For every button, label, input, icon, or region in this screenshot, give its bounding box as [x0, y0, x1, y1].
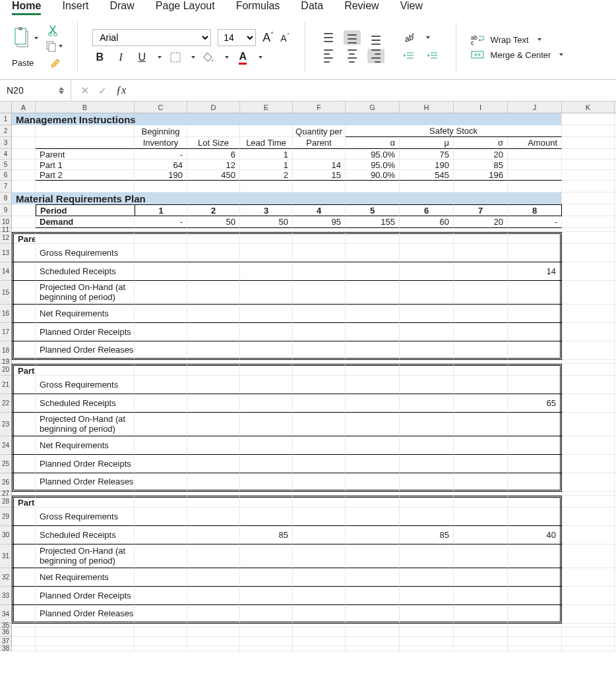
- cell-K8[interactable]: [562, 192, 615, 204]
- cell-F9[interactable]: 4: [293, 204, 346, 216]
- tab-review[interactable]: Review: [344, 0, 379, 13]
- col-header-H[interactable]: H: [400, 102, 454, 113]
- tab-page-layout[interactable]: Page Layout: [156, 0, 215, 13]
- row-header-38[interactable]: 38: [0, 646, 11, 651]
- cell-H16[interactable]: [400, 305, 454, 323]
- cell-B7[interactable]: [36, 181, 135, 192]
- cell-A29[interactable]: [12, 508, 36, 526]
- cell-E24[interactable]: [240, 436, 293, 455]
- cell-C7[interactable]: [135, 181, 187, 192]
- cell-E9[interactable]: 3: [240, 204, 293, 216]
- cell-K21[interactable]: [562, 376, 615, 394]
- cell-D22[interactable]: [187, 394, 240, 413]
- cell-J24[interactable]: [508, 436, 562, 455]
- cell-A25[interactable]: [12, 455, 36, 473]
- row-header-36[interactable]: 36: [0, 628, 11, 637]
- cell-C29[interactable]: [135, 508, 187, 526]
- cell-J26[interactable]: [508, 473, 562, 492]
- cell-I30[interactable]: [454, 526, 508, 544]
- cell-J21[interactable]: [508, 376, 562, 394]
- row-header-3[interactable]: 3: [0, 137, 11, 149]
- cell-E14[interactable]: [240, 262, 293, 281]
- cell-K32[interactable]: [562, 568, 615, 587]
- cell-K34[interactable]: [562, 605, 615, 624]
- cell-G9[interactable]: 5: [346, 204, 400, 216]
- cell-B14[interactable]: Scheduled Receipts: [36, 262, 135, 281]
- cell-F36[interactable]: [293, 628, 346, 637]
- cell-J30[interactable]: 40: [508, 526, 562, 544]
- row-header-23[interactable]: 23: [0, 413, 11, 436]
- cell-A6[interactable]: [12, 170, 36, 181]
- cell-D34[interactable]: [187, 605, 240, 624]
- cell-F5[interactable]: 14: [293, 160, 346, 170]
- cell-B29[interactable]: Gross Requirements: [36, 508, 135, 526]
- cell-J14[interactable]: 14: [508, 262, 562, 281]
- cell-C18[interactable]: [135, 341, 187, 360]
- cell-F37[interactable]: [293, 637, 346, 646]
- cell-K22[interactable]: [562, 394, 615, 413]
- cell-D31[interactable]: [187, 544, 240, 568]
- cell-H29[interactable]: [400, 508, 454, 526]
- cell-K37[interactable]: [562, 637, 615, 646]
- cell-J5[interactable]: [508, 160, 562, 170]
- cell-K1[interactable]: [562, 113, 615, 125]
- cell-C15[interactable]: [135, 281, 187, 305]
- cell-C4[interactable]: -: [135, 149, 187, 160]
- row-header-21[interactable]: 21: [0, 376, 11, 394]
- cell-D12[interactable]: [187, 232, 240, 244]
- cell-D21[interactable]: [187, 376, 240, 394]
- underline-button[interactable]: U: [135, 50, 149, 65]
- cell-H31[interactable]: [400, 544, 454, 568]
- tab-home[interactable]: Home: [12, 0, 41, 15]
- cell-I26[interactable]: [454, 473, 508, 492]
- cell-A34[interactable]: [12, 605, 36, 624]
- cell-B33[interactable]: Planned Order Receipts: [36, 587, 135, 605]
- cell-D20[interactable]: [187, 364, 240, 376]
- cell-E17[interactable]: [240, 323, 293, 341]
- cell-J4[interactable]: [508, 149, 562, 160]
- cell-B4[interactable]: Parent: [36, 149, 135, 160]
- cell-A12[interactable]: Parent: [12, 232, 36, 244]
- cell-C5[interactable]: 64: [135, 160, 187, 170]
- cell-K31[interactable]: [562, 544, 615, 568]
- cell-J22[interactable]: 65: [508, 394, 562, 413]
- row-header-32[interactable]: 32: [0, 568, 11, 587]
- cell-B36[interactable]: [36, 628, 135, 637]
- cell-E29[interactable]: [240, 508, 293, 526]
- cell-B3[interactable]: [36, 137, 135, 149]
- cell-K29[interactable]: [562, 508, 615, 526]
- cancel-icon[interactable]: ✕: [80, 84, 89, 97]
- cell-H25[interactable]: [400, 455, 454, 473]
- cell-F18[interactable]: [293, 341, 346, 360]
- cell-E5[interactable]: 1: [240, 160, 293, 170]
- cell-H30[interactable]: 85: [400, 526, 454, 544]
- row-header-34[interactable]: 34: [0, 605, 11, 624]
- cell-G33[interactable]: [346, 587, 400, 605]
- cell-J7[interactable]: [508, 181, 562, 192]
- cell-H15[interactable]: [400, 281, 454, 305]
- cell-B24[interactable]: Net Requirements: [36, 436, 135, 455]
- formula-input[interactable]: [135, 80, 616, 101]
- cell-I29[interactable]: [454, 508, 508, 526]
- cell-I18[interactable]: [454, 341, 508, 360]
- cell-E7[interactable]: [240, 181, 293, 192]
- row-header-1[interactable]: 1: [0, 113, 11, 125]
- cell-F2[interactable]: Quantity per: [293, 125, 346, 137]
- cell-C31[interactable]: [135, 544, 187, 568]
- cell-A18[interactable]: [12, 341, 36, 360]
- cell-K26[interactable]: [562, 473, 615, 492]
- fill-color-button[interactable]: [202, 50, 216, 65]
- cell-K17[interactable]: [562, 323, 615, 341]
- row-header-30[interactable]: 30: [0, 526, 11, 544]
- tab-data[interactable]: Data: [301, 0, 323, 13]
- cell-B38[interactable]: [36, 646, 135, 651]
- cell-I36[interactable]: [454, 628, 508, 637]
- cell-C37[interactable]: [135, 637, 187, 646]
- cell-J36[interactable]: [508, 628, 562, 637]
- cell-D25[interactable]: [187, 455, 240, 473]
- cell-J20[interactable]: [508, 364, 562, 376]
- select-all-corner[interactable]: [0, 102, 12, 113]
- cell-I6[interactable]: 196: [454, 170, 508, 181]
- cell-K38[interactable]: [562, 646, 615, 651]
- cell-K7[interactable]: [562, 181, 615, 192]
